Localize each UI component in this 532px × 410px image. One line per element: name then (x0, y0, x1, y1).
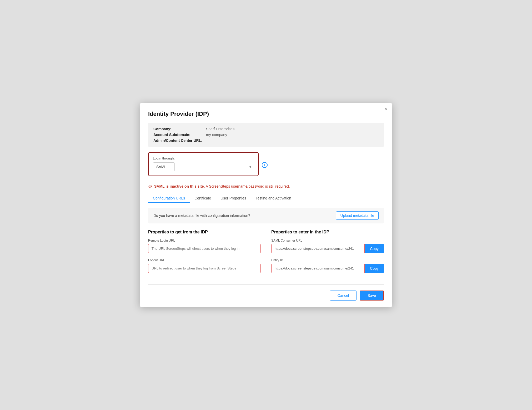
modal-dialog: × Identity Provider (IDP) Company: Snarf… (140, 103, 392, 307)
metadata-bar: Do you have a metadata file with configu… (148, 208, 384, 223)
info-box: Company: Snarf Enterprises Account Subdo… (148, 123, 384, 147)
warning-icon: ⊘ (148, 183, 152, 189)
logout-url-label: Logout URL (148, 258, 261, 262)
metadata-text: Do you have a metadata file with configu… (153, 213, 250, 218)
saml-consumer-url-input[interactable] (271, 244, 365, 253)
url-label: Admin/Content Center URL: (153, 138, 206, 143)
save-button[interactable]: Save (360, 291, 384, 301)
company-label: Company: (153, 127, 206, 131)
login-select-wrapper[interactable]: SAML Standard OAuth (153, 162, 254, 171)
logout-url-input[interactable] (148, 264, 261, 273)
right-col-title: Properties to enter in the IDP (271, 230, 384, 234)
saml-consumer-url-group: SAML Consumer URL Copy (271, 239, 384, 253)
login-label: Login through: (153, 156, 254, 160)
properties-grid: Properties to get from the IDP Remote Lo… (148, 230, 384, 278)
saml-consumer-url-label: SAML Consumer URL (271, 239, 384, 242)
entity-id-group: Entity ID Copy (271, 258, 384, 273)
remote-login-url-group: Remote Login URL (148, 239, 261, 253)
logout-url-group: Logout URL (148, 258, 261, 273)
entity-id-input[interactable] (271, 264, 365, 273)
copy-saml-consumer-url-button[interactable]: Copy (365, 244, 384, 253)
company-row: Company: Snarf Enterprises (153, 127, 379, 131)
copy-entity-id-button[interactable]: Copy (365, 264, 384, 273)
close-button[interactable]: × (385, 107, 388, 112)
tab-user-properties[interactable]: User Properties (216, 194, 251, 203)
tab-config-urls[interactable]: Configuration URLs (148, 194, 190, 203)
warning-bold-text: SAML is inactive on this site (154, 184, 204, 188)
left-column: Properties to get from the IDP Remote Lo… (148, 230, 261, 278)
company-value: Snarf Enterprises (206, 127, 234, 131)
subdomain-label: Account Subdomain: (153, 133, 206, 137)
tab-certificate[interactable]: Certificate (190, 194, 216, 203)
login-section: Login through: SAML Standard OAuth (148, 152, 259, 176)
login-select[interactable]: SAML Standard OAuth (153, 162, 175, 171)
entity-id-label: Entity ID (271, 258, 384, 262)
modal-title: Identity Provider (IDP) (148, 111, 384, 117)
info-icon[interactable]: i (262, 162, 268, 168)
subdomain-row: Account Subdomain: my-company (153, 133, 379, 137)
subdomain-value: my-company (206, 133, 227, 137)
tabs: Configuration URLs Certificate User Prop… (148, 194, 384, 203)
cancel-button[interactable]: Cancel (330, 291, 357, 301)
warning-row: ⊘ SAML is inactive on this site. A Scree… (148, 183, 384, 189)
url-row: Admin/Content Center URL: (153, 138, 379, 143)
upload-metadata-button[interactable]: Upload metadata file (336, 211, 379, 220)
right-column: Properties to enter in the IDP SAML Cons… (271, 230, 384, 278)
left-col-title: Properties to get from the IDP (148, 230, 261, 234)
warning-rest-text: . A ScreenSteps username/password is sti… (204, 184, 290, 188)
footer-divider (148, 284, 384, 285)
remote-login-url-label: Remote Login URL (148, 239, 261, 242)
footer: Cancel Save (148, 289, 384, 301)
tab-testing-activation[interactable]: Testing and Activation (251, 194, 296, 203)
remote-login-url-input[interactable] (148, 244, 261, 253)
